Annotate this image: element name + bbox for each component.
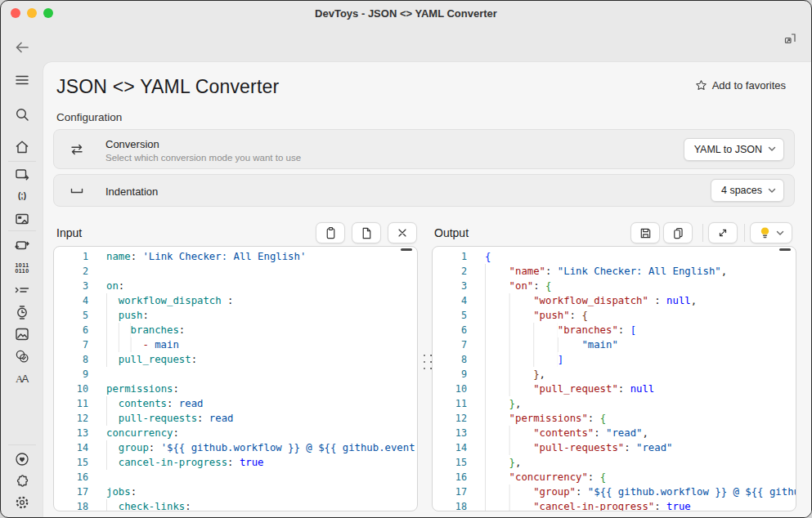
add-to-favorites-button[interactable]: Add to favorites	[695, 79, 786, 92]
indentation-value: 4 spaces	[721, 185, 762, 196]
sidebar-home-button[interactable]	[10, 136, 34, 158]
indent-guides	[106, 337, 142, 352]
minimize-window-button[interactable]	[27, 8, 37, 18]
indent-guides	[106, 411, 119, 426]
indent-guides	[106, 396, 119, 411]
sidebar-formatters-button[interactable]	[10, 208, 34, 230]
open-file-button[interactable]	[352, 222, 381, 243]
sidebar-separator	[8, 161, 36, 162]
line-number: 2	[433, 264, 467, 279]
suggestions-button[interactable]	[750, 222, 792, 243]
line-number: 3	[433, 279, 467, 293]
line-number: 17	[54, 485, 88, 499]
pop-out-icon	[783, 33, 796, 45]
clipboard-paste-icon	[324, 226, 338, 240]
swap-converter-icon	[14, 237, 30, 253]
sidebar-timestamp-button[interactable]	[10, 301, 34, 323]
code-line: 9},	[433, 367, 796, 382]
code-line: 12pull-requests: read	[54, 411, 417, 426]
line-number: 4	[54, 293, 88, 308]
code-line-text: },	[485, 455, 521, 470]
line-number: 11	[54, 396, 88, 411]
line-number: 13	[433, 426, 467, 440]
clear-input-button[interactable]	[388, 222, 417, 243]
line-number: 9	[433, 367, 467, 382]
conversion-setting-card: Conversion Select which conversion mode …	[53, 129, 795, 169]
code-line: 16	[54, 470, 417, 485]
code-line: 16"concurrency": {	[433, 470, 796, 485]
expand-button[interactable]	[708, 222, 738, 243]
code-line-text: "name": "Link Checker: All English",	[485, 264, 727, 279]
sidebar-about-button[interactable]	[10, 449, 34, 470]
code-line: 9	[54, 367, 417, 382]
sidebar-converters-button[interactable]	[10, 163, 34, 185]
input-code-editor[interactable]: 1name: 'Link Checker: All English'23on:4…	[53, 246, 418, 511]
main-content: JSON <> YAML Converter Add to favorites …	[43, 62, 811, 517]
code-line-text: "permissions": {	[485, 411, 606, 426]
indent-guides	[485, 382, 533, 396]
file-icon	[360, 226, 374, 240]
pop-out-window-button[interactable]	[783, 31, 800, 46]
line-number: 10	[54, 382, 88, 396]
output-code-editor[interactable]: 1{2"name": "Link Checker: All English",3…	[432, 246, 796, 511]
code-line-text: "concurrency": {	[485, 470, 606, 485]
toolbar-divider	[702, 224, 703, 242]
output-scrollbar-thumb[interactable]	[779, 248, 791, 251]
line-number: 14	[54, 440, 88, 455]
line-number: 6	[433, 323, 467, 337]
code-line: 4"workflow_dispatch" : null,	[433, 293, 796, 308]
sidebar-search-button[interactable]	[10, 104, 34, 125]
code-line-text: "push": {	[485, 308, 588, 323]
code-line-text: group: '${{ github.workflow }} @ ${{ git…	[106, 440, 418, 455]
sidebar-menu-button[interactable]	[10, 69, 34, 91]
sidebar-separator	[8, 444, 36, 445]
sidebar-encoders-button[interactable]: (;)	[10, 185, 34, 207]
line-number: 5	[54, 308, 88, 323]
sidebar-settings-button[interactable]	[10, 492, 34, 513]
search-icon	[14, 106, 30, 123]
window-title: DevToys - JSON <> YAML Converter	[315, 7, 497, 20]
line-number: 17	[433, 485, 467, 499]
code-line: 3on:	[54, 279, 417, 293]
sidebar-json-yaml-converter-button[interactable]	[10, 234, 34, 256]
indent-guides	[485, 308, 533, 323]
sidebar-cli-tool-button[interactable]	[10, 279, 34, 301]
indent-guides	[485, 337, 581, 352]
compare-circles-icon	[14, 348, 30, 364]
code-line-text: workflow_dispatch :	[106, 293, 233, 308]
copy-button[interactable]	[663, 222, 693, 243]
sidebar-number-base-button[interactable]: 10110110	[10, 257, 34, 279]
code-line-text: on:	[106, 279, 124, 293]
code-line: 6branches:	[54, 323, 417, 337]
line-number: 1	[54, 249, 88, 264]
code-line: 6"branches": [	[433, 323, 796, 337]
code-line-text: "cancel-in-progress": true	[485, 499, 691, 511]
sidebar-extensions-button[interactable]	[10, 471, 34, 492]
paste-button[interactable]	[316, 222, 345, 243]
sidebar-checksum-button[interactable]	[10, 346, 34, 367]
indent-guides	[485, 352, 558, 367]
watch-icon	[14, 304, 30, 320]
output-label: Output	[434, 226, 469, 239]
sidebar-text-tools-button[interactable]: AA	[10, 368, 34, 389]
code-line-text: check-links:	[106, 499, 191, 511]
line-number: 16	[433, 470, 467, 485]
chevron-down-icon	[768, 188, 776, 194]
save-button[interactable]	[630, 222, 660, 243]
indentation-select[interactable]: 4 spaces	[711, 179, 784, 202]
zoom-window-button[interactable]	[43, 8, 53, 18]
lightbulb-icon	[759, 226, 771, 239]
sidebar-image-tools-button[interactable]	[10, 324, 34, 345]
line-number: 12	[433, 411, 467, 426]
image-icon	[14, 326, 30, 342]
conversion-mode-select[interactable]: YAML to JSON	[684, 138, 784, 161]
code-line-text: "contents": "read",	[485, 426, 648, 440]
indent-guides	[485, 323, 558, 337]
hamburger-menu-icon	[14, 72, 30, 88]
close-window-button[interactable]	[11, 8, 20, 18]
line-number: 3	[54, 279, 88, 293]
input-scrollbar-thumb[interactable]	[401, 248, 412, 251]
code-line: 15},	[433, 455, 796, 470]
indent-guides	[106, 440, 119, 455]
line-number: 12	[54, 411, 88, 426]
